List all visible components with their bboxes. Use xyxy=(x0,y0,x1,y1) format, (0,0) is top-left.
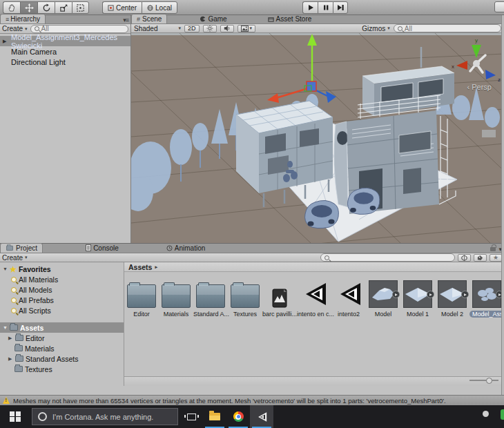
shading-mode-dropdown[interactable]: Shaded▾ xyxy=(134,25,181,32)
tab-console[interactable]: Console xyxy=(81,243,124,253)
create-label: Create xyxy=(2,254,23,262)
cortana-search-box[interactable]: I'm Cortana. Ask me anything. xyxy=(32,408,178,425)
pivot-center-button[interactable]: Center xyxy=(102,1,142,14)
tree-folder-textures[interactable]: Textures xyxy=(0,364,124,374)
move-tool-button[interactable] xyxy=(20,1,37,14)
file-explorer-button[interactable] xyxy=(203,405,226,428)
console-tab-label: Console xyxy=(93,244,119,252)
pause-button[interactable] xyxy=(318,1,333,14)
step-button[interactable] xyxy=(333,1,348,14)
tab-game[interactable]: Game xyxy=(195,14,231,23)
play-button[interactable] xyxy=(302,1,318,14)
slider-knob[interactable] xyxy=(486,378,492,384)
favorite-all-prefabs[interactable]: All Prefabs xyxy=(0,295,124,305)
project-search-input[interactable] xyxy=(320,253,455,262)
breadcrumb[interactable]: Assets ▸ xyxy=(124,262,504,272)
axis-x-label: x xyxy=(452,64,454,70)
project-create-button[interactable]: Create▾ xyxy=(2,254,28,262)
search-icon xyxy=(324,255,329,260)
hierarchy-item-label: Main Camera xyxy=(11,48,57,56)
hierarchy-item-main-camera[interactable]: Main Camera xyxy=(0,46,130,57)
asset-model-1[interactable]: Model 1 xyxy=(400,278,435,318)
asset-label: Editor xyxy=(124,311,159,318)
effects-dropdown-button[interactable]: ▾ xyxy=(238,25,256,32)
favorite-all-scripts[interactable]: All Scripts xyxy=(0,305,124,315)
pivot-local-button[interactable]: Local xyxy=(142,1,177,14)
tree-folder-standard-assets[interactable]: ▶ Standard Assets xyxy=(0,353,124,364)
favorites-header[interactable]: ▼ ★ Favorites xyxy=(0,264,124,274)
center-label: Center xyxy=(116,4,137,12)
2d-toggle-button[interactable]: 2D xyxy=(184,25,200,32)
asset-model[interactable]: Model xyxy=(366,278,400,318)
tab-scene[interactable]: # Scene xyxy=(131,14,167,23)
folder-icon xyxy=(127,284,156,308)
scene-search-input[interactable]: All xyxy=(394,24,501,32)
asset-folder-standard-assets[interactable]: Standard A... xyxy=(193,278,228,318)
save-search-button[interactable]: ★ xyxy=(490,254,502,262)
tree-folder-editor[interactable]: ▶ Editor xyxy=(0,333,124,343)
tab-asset-store[interactable]: Asset Store xyxy=(263,14,317,23)
asset-scene-intento-en-c[interactable]: intento en c... xyxy=(297,278,331,318)
collapse-arrow-icon[interactable]: ▼ xyxy=(3,325,8,330)
asset-folder-materials[interactable]: Materials xyxy=(159,278,193,318)
tray-icon-partial[interactable] xyxy=(501,409,504,420)
hierarchy-tab-label: Hierarchy xyxy=(10,15,40,23)
favorite-all-models[interactable]: All Models xyxy=(0,284,124,295)
chrome-button[interactable] xyxy=(226,405,250,428)
asset-file-barc-pavilion[interactable]: barc pavilli... xyxy=(262,278,297,318)
asset-model-assignment-selected[interactable]: Model_Ass... xyxy=(469,278,504,318)
asset-model-2[interactable]: Model 2 xyxy=(435,278,469,318)
start-button[interactable] xyxy=(0,405,30,428)
hierarchy-create-button[interactable]: Create▾ xyxy=(2,25,28,32)
rotate-tool-button[interactable] xyxy=(37,1,55,14)
tray-icon[interactable] xyxy=(483,411,489,417)
expand-asset-button[interactable] xyxy=(392,291,400,298)
scene-viewport[interactable]: y x z ‹ Persp xyxy=(131,33,504,243)
folder-icon xyxy=(162,284,191,308)
panel-menu-icon[interactable]: ▾≡ xyxy=(123,17,130,23)
asset-folder-editor[interactable]: Editor xyxy=(124,278,159,318)
rect-tool-button[interactable] xyxy=(72,1,89,14)
expand-asset-button[interactable] xyxy=(427,291,434,298)
expand-arrow-icon[interactable]: ▶ xyxy=(8,356,13,362)
hand-tool-button[interactable] xyxy=(3,1,20,14)
unity-taskbar-button[interactable] xyxy=(250,405,273,428)
favorites-label: Favorites xyxy=(19,265,51,273)
tree-folder-materials[interactable]: Materials xyxy=(0,343,124,353)
status-warning-bar[interactable]: Meshes may not have more than 65534 vert… xyxy=(0,395,504,405)
project-tab-label: Project xyxy=(16,244,37,252)
layers-dropdown-partial[interactable] xyxy=(494,1,504,12)
asset-folder-textures[interactable]: Textures xyxy=(228,278,262,318)
hierarchy-search-input[interactable]: All xyxy=(30,25,128,33)
expand-asset-button[interactable] xyxy=(461,291,469,298)
model-thumbnail xyxy=(472,280,501,308)
tab-animation[interactable]: Animation xyxy=(162,243,210,253)
folder-icon xyxy=(15,335,23,341)
search-by-type-button[interactable] xyxy=(458,254,471,262)
tree-assets-root[interactable]: ▼ Assets xyxy=(0,322,124,333)
hierarchy-item-model-assignment[interactable]: ▶ Model_Assignment3_Mercedes Swiecicki xyxy=(0,36,130,46)
scale-tool-button[interactable] xyxy=(55,1,72,14)
expand-arrow-icon[interactable]: ▶ xyxy=(3,39,6,44)
tab-project[interactable]: Project xyxy=(0,243,43,253)
hierarchy-item-directional-light[interactable]: Directional Light xyxy=(0,57,130,67)
assets-root-label: Assets xyxy=(20,324,43,332)
lock-icon[interactable] xyxy=(490,247,496,251)
perspective-toggle[interactable]: ‹ Persp xyxy=(467,83,492,91)
asset-scene-intento2[interactable]: intento2 xyxy=(331,278,366,318)
search-by-label-button[interactable] xyxy=(474,254,487,262)
lighting-toggle-button[interactable] xyxy=(203,25,217,32)
tab-hierarchy[interactable]: ≡ Hierarchy xyxy=(0,14,46,23)
favorite-all-materials[interactable]: All Materials xyxy=(0,274,124,284)
thumbnail-size-slider[interactable] xyxy=(469,377,498,384)
expand-arrow-icon[interactable]: ▶ xyxy=(8,335,13,341)
assets-bottom-bar xyxy=(124,376,504,386)
assets-pane: Assets ▸ Editor Materials Standard A... xyxy=(124,262,504,386)
collapse-arrow-icon[interactable]: ▼ xyxy=(3,266,8,271)
asset-label: Standard A... xyxy=(193,311,228,318)
saved-search-icon xyxy=(11,277,17,282)
favorites-star-icon: ★ xyxy=(10,266,17,273)
task-view-button[interactable] xyxy=(180,405,203,428)
gizmos-dropdown[interactable]: Gizmos▾ xyxy=(362,25,389,32)
audio-toggle-button[interactable] xyxy=(220,25,234,32)
